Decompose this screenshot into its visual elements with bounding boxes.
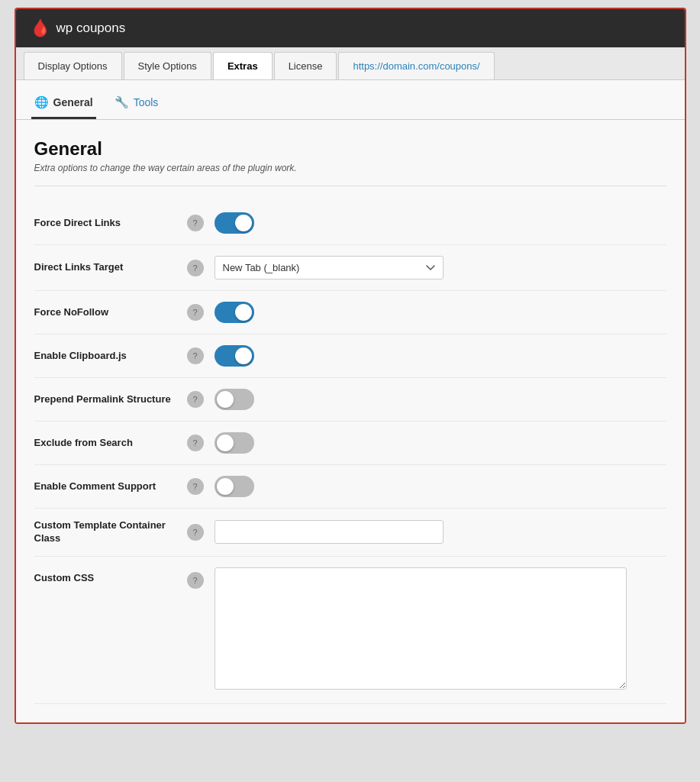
sub-tab-tools-label: Tools [134, 96, 159, 108]
control-custom-css [215, 567, 666, 693]
control-custom-template-class [215, 520, 666, 544]
sub-tab-general-label: General [53, 96, 93, 108]
field-direct-links-target: Direct Links Target ? New Tab (_blank) S… [34, 245, 666, 291]
app-header: 🩸 wp coupons [16, 9, 685, 47]
label-exclude-search: Exclude from Search [34, 437, 187, 450]
label-direct-links-target: Direct Links Target [34, 261, 187, 274]
tab-url[interactable]: https://domain.com/coupons/ [338, 52, 494, 79]
help-exclude-search[interactable]: ? [187, 435, 204, 451]
section-divider [34, 186, 666, 186]
field-enable-comment: Enable Comment Support ? [34, 465, 666, 509]
label-custom-template-class: Custom Template Container Class [34, 519, 187, 545]
help-enable-comment[interactable]: ? [187, 478, 204, 495]
help-force-direct-links[interactable]: ? [187, 215, 204, 231]
field-force-nofollow: Force NoFollow ? [34, 291, 666, 334]
label-enable-clipboard: Enable Clipboard.js [34, 350, 187, 363]
control-prepend-permalink [215, 389, 666, 410]
control-force-direct-links [215, 212, 666, 234]
app-title: wp coupons [56, 21, 126, 36]
control-exclude-search [215, 432, 666, 454]
help-custom-template-class[interactable]: ? [187, 524, 204, 541]
content-area: 🌐 General 🔧 Tools General Extra options … [16, 80, 685, 722]
toggle-enable-clipboard[interactable] [215, 345, 254, 367]
toggle-enable-comment[interactable] [215, 476, 254, 497]
label-prepend-permalink: Prepend Permalink Structure [34, 393, 187, 406]
general-icon: 🌐 [34, 95, 49, 109]
field-custom-css: Custom CSS ? [34, 557, 666, 704]
sub-tab-tools[interactable]: 🔧 Tools [111, 91, 162, 119]
help-direct-links-target[interactable]: ? [187, 260, 204, 276]
field-enable-clipboard: Enable Clipboard.js ? [34, 334, 666, 378]
sub-tab-bar: 🌐 General 🔧 Tools [16, 80, 685, 120]
help-custom-css[interactable]: ? [187, 572, 204, 589]
tab-style-options[interactable]: Style Options [124, 52, 211, 79]
tab-extras[interactable]: Extras [213, 52, 273, 79]
toggle-force-direct-links[interactable] [215, 212, 254, 234]
field-prepend-permalink: Prepend Permalink Structure ? [34, 378, 666, 422]
control-force-nofollow [215, 302, 666, 323]
label-custom-css: Custom CSS [34, 572, 187, 585]
select-direct-links-target[interactable]: New Tab (_blank) Same Tab (_self) [215, 256, 444, 280]
tab-bar: Display Options Style Options Extras Lic… [16, 47, 685, 80]
toggle-prepend-permalink[interactable] [215, 389, 254, 410]
help-enable-clipboard[interactable]: ? [187, 347, 204, 364]
field-force-direct-links: Force Direct Links ? [34, 202, 666, 245]
app-window: 🩸 wp coupons Display Options Style Optio… [15, 8, 686, 724]
input-custom-template-class[interactable] [215, 520, 444, 544]
label-force-nofollow: Force NoFollow [34, 306, 187, 319]
label-force-direct-links: Force Direct Links [34, 217, 187, 230]
toggle-exclude-search[interactable] [215, 432, 254, 454]
textarea-custom-css[interactable] [215, 567, 627, 690]
field-exclude-search: Exclude from Search ? [34, 422, 666, 465]
tab-display-options[interactable]: Display Options [24, 52, 122, 79]
field-custom-template-class: Custom Template Container Class ? [34, 509, 666, 557]
main-panel: General Extra options to change the way … [16, 120, 685, 722]
sub-tab-general[interactable]: 🌐 General [31, 91, 96, 119]
help-prepend-permalink[interactable]: ? [187, 391, 204, 408]
logo-icon: 🩸 [30, 18, 50, 38]
section-title: General [34, 138, 666, 160]
tools-icon: 🔧 [115, 95, 129, 109]
toggle-force-nofollow[interactable] [215, 302, 254, 323]
app-logo: 🩸 wp coupons [30, 18, 126, 38]
help-force-nofollow[interactable]: ? [187, 304, 204, 321]
control-direct-links-target: New Tab (_blank) Same Tab (_self) [215, 256, 666, 280]
tab-license[interactable]: License [274, 52, 337, 79]
section-desc: Extra options to change the way certain … [34, 163, 666, 173]
label-enable-comment: Enable Comment Support [34, 480, 187, 493]
control-enable-comment [215, 476, 666, 497]
control-enable-clipboard [215, 345, 666, 367]
